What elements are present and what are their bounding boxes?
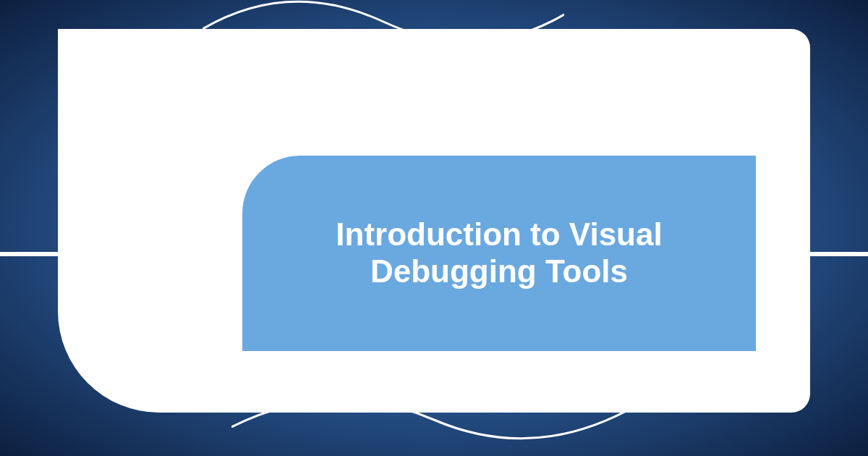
outer-white-frame: Introduction to Visual Debugging Tools bbox=[58, 29, 810, 413]
title-line-1: Introduction to Visual bbox=[336, 216, 662, 252]
page-title: Introduction to Visual Debugging Tools bbox=[336, 216, 662, 290]
title-line-2: Debugging Tools bbox=[370, 253, 628, 289]
inner-title-panel: Introduction to Visual Debugging Tools bbox=[242, 156, 756, 351]
